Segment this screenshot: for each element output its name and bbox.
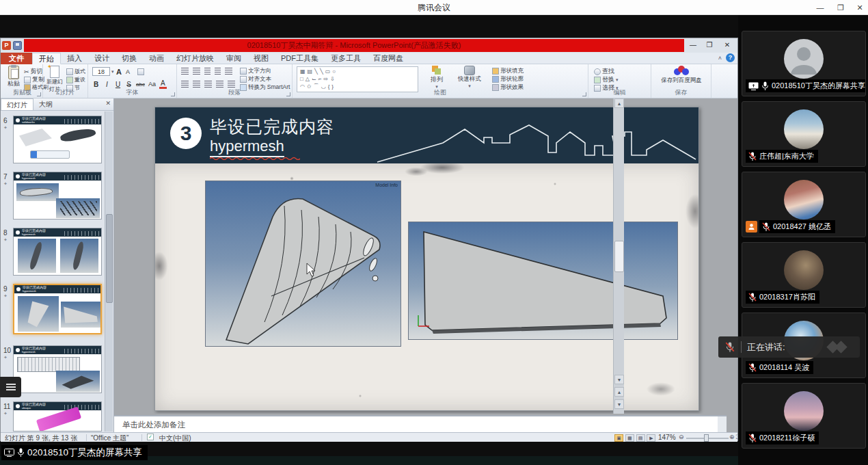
align-text-button[interactable]: 对齐文本 — [240, 75, 271, 83]
help-icon[interactable]: ? — [726, 53, 735, 62]
slideshow-button[interactable]: ▶ — [647, 434, 655, 442]
panel-close-icon[interactable]: ✕ — [105, 100, 111, 107]
underline-button[interactable]: U — [114, 81, 122, 88]
slide-sorter-button[interactable]: ▦ — [625, 434, 634, 442]
notes-placeholder[interactable]: 单击此处添加备注 — [122, 420, 185, 430]
font-size-dropdown-icon[interactable]: ▾ — [111, 69, 114, 75]
view-buttons: ▣ ▦ ▤ ▶ — [614, 434, 655, 442]
watermark-logo-icon — [826, 341, 853, 352]
participant-tile[interactable]: 02018427 姚亿丞 — [742, 172, 866, 237]
align-text-icon — [240, 76, 247, 83]
zoom-out-icon[interactable]: ⊖ — [679, 434, 684, 440]
panel-scrollbar[interactable] — [105, 111, 113, 431]
panel-tab-slides[interactable]: 幻灯片 — [1, 98, 33, 110]
close-button[interactable]: ✕ — [850, 0, 868, 15]
font-dialog-launcher[interactable] — [171, 92, 175, 96]
restore-button[interactable]: ❐ — [831, 0, 850, 15]
tab-view[interactable]: 视图 — [247, 53, 275, 64]
scroll-up-icon[interactable]: ▲ — [614, 98, 624, 108]
slide-thumbnail-7[interactable]: 毕设已完成内容 hypermesh — [13, 172, 102, 220]
zoom-slider[interactable] — [686, 434, 729, 442]
tab-review[interactable]: 审阅 — [220, 53, 247, 64]
spellcheck-icon[interactable]: ✓ — [147, 434, 154, 440]
collapse-ribbon-icon[interactable]: ˄ — [718, 55, 722, 62]
normal-view-button[interactable]: ▣ — [614, 434, 623, 442]
tab-more-tools[interactable]: 更多工具 — [325, 53, 367, 64]
tab-design[interactable]: 设计 — [88, 53, 116, 64]
numbering-icon[interactable] — [193, 68, 200, 75]
shape-outline-button[interactable]: 形状轮廓 — [492, 75, 524, 83]
tab-animations[interactable]: 动画 — [143, 53, 170, 64]
language-indicator[interactable]: 中文(中国) — [159, 434, 191, 443]
vertical-scrollbar[interactable]: ▲ ▼ ▲ ▼ — [613, 98, 624, 414]
grow-font-button[interactable]: A — [116, 68, 123, 76]
avatar-photo — [784, 180, 824, 220]
tab-pdf-tools[interactable]: PDF工具集 — [275, 53, 325, 64]
slide-thumbnail-10[interactable]: 毕设已完成内容 hypermesh — [13, 345, 102, 393]
tab-baidu-netdisk[interactable]: 百度网盘 — [367, 53, 409, 64]
participant-tile-sharer[interactable]: 02018510丁昊杰的屏幕共享 — [742, 31, 866, 96]
paragraph-dialog-launcher[interactable] — [286, 92, 290, 96]
strikethrough-button[interactable]: S — [125, 81, 133, 88]
align-right-icon[interactable] — [204, 81, 212, 88]
clipboard-dialog-launcher[interactable] — [37, 92, 41, 96]
scrollbar-thumb[interactable] — [614, 241, 624, 272]
minimize-button[interactable]: — — [811, 0, 830, 15]
decrease-indent-icon[interactable] — [204, 68, 211, 75]
zoom-level[interactable]: 147% — [658, 434, 676, 441]
slide-thumbnail-8[interactable]: 毕设已完成内容 hypermesh — [13, 228, 102, 276]
zoom-in-icon[interactable]: ⊕ — [729, 434, 735, 440]
ppt-close-button[interactable]: ✕ — [720, 40, 735, 51]
bold-button[interactable]: B — [92, 81, 100, 88]
theme-name[interactable]: “Office 主题” — [91, 434, 128, 443]
align-center-icon[interactable] — [193, 81, 200, 88]
align-left-icon[interactable] — [181, 81, 189, 88]
notes-scrollbar[interactable] — [718, 416, 727, 432]
justify-icon[interactable] — [216, 81, 223, 88]
reading-view-button[interactable]: ▤ — [636, 434, 645, 442]
slide-thumbnail-9-selected[interactable]: 毕设已完成内容 hypermesh — [13, 284, 102, 334]
change-case-button[interactable]: Aa — [148, 81, 156, 88]
tab-home[interactable]: 开始 — [32, 53, 61, 64]
tab-transitions[interactable]: 切换 — [116, 53, 143, 64]
tab-insert[interactable]: 插入 — [61, 53, 88, 64]
panel-scrollbar-thumb[interactable] — [106, 214, 113, 303]
quick-styles-button[interactable]: 快速样式 ▾ — [454, 66, 485, 89]
drawing-dialog-launcher[interactable] — [582, 92, 586, 96]
arrange-button[interactable]: 排列 ▾ — [424, 66, 450, 90]
ppt-restore-button[interactable]: ❐ — [702, 40, 717, 51]
shrink-font-button[interactable]: A — [124, 68, 132, 75]
font-color-button[interactable]: A — [159, 79, 167, 89]
previous-slide-icon[interactable]: ▲ — [614, 387, 624, 397]
slide-thumbnail-11[interactable]: 毕设已完成内容 abaqus — [13, 401, 102, 431]
font-size-combo[interactable]: 18 — [92, 67, 110, 76]
text-direction-button[interactable]: 文字方向 — [240, 67, 271, 75]
shape-fill-button[interactable]: 形状填充 — [492, 67, 524, 75]
paste-button[interactable]: 粘贴 — [5, 66, 23, 88]
powerpoint-logo-icon[interactable]: P — [2, 41, 11, 50]
tab-file[interactable]: 文件 — [1, 53, 32, 64]
save-to-baidu-button[interactable]: 保存到百度网盘 — [658, 66, 705, 85]
ppt-minimize-button[interactable]: — — [686, 40, 701, 51]
clear-formatting-icon[interactable] — [137, 68, 144, 75]
reset-button[interactable]: 重设 — [66, 76, 85, 83]
line-spacing-icon[interactable] — [225, 68, 232, 75]
columns-icon[interactable] — [228, 81, 235, 88]
notes-pane[interactable]: 单击此处添加备注 — [114, 415, 727, 432]
layout-button[interactable]: 版式 — [66, 68, 85, 75]
panel-tab-outline[interactable]: 大纲 — [33, 98, 58, 110]
next-slide-icon[interactable]: ▼ — [614, 399, 624, 409]
participant-tile[interactable]: 庄伟超|东南大学 — [742, 101, 866, 167]
slide-thumbnail-6[interactable]: 毕设已完成内容 solidworks — [13, 116, 102, 163]
zoom-slider-thumb[interactable] — [704, 434, 709, 442]
participant-tile[interactable]: 02018317肖苏阳 — [742, 242, 866, 308]
increase-indent-icon[interactable] — [215, 68, 221, 75]
tab-slideshow[interactable]: 幻灯片放映 — [170, 53, 220, 64]
participant-tile[interactable]: 02018211徐子硕 — [742, 383, 866, 449]
save-icon[interactable] — [13, 41, 22, 50]
italic-button[interactable]: I — [103, 81, 111, 88]
bullets-icon[interactable] — [181, 68, 189, 75]
clear-format-button[interactable]: abc — [136, 81, 145, 88]
scroll-down-icon[interactable]: ▼ — [614, 375, 624, 384]
meeting-sidebar-toggle[interactable] — [0, 377, 21, 397]
